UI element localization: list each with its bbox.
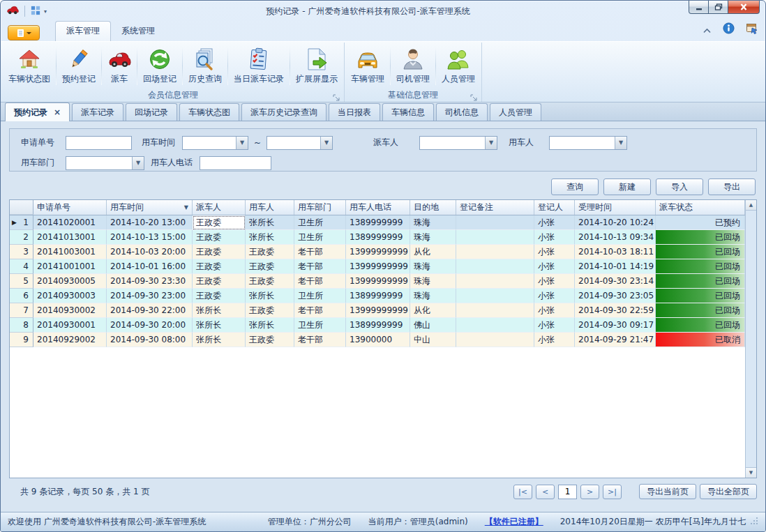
maximize-button[interactable] — [708, 1, 728, 14]
vehicle-manage-button[interactable]: 车辆管理 — [345, 44, 390, 89]
today-dispatch-record-button[interactable]: 当日派车记录 — [228, 44, 290, 89]
dispatcher-combobox[interactable]: ▼ — [419, 136, 497, 150]
doc-tab-车辆状态图[interactable]: 车辆状态图 — [179, 103, 239, 121]
phone-input[interactable] — [200, 156, 271, 170]
use-time-to-combobox[interactable]: ▼ — [266, 136, 333, 150]
query-button[interactable]: 查询 — [551, 178, 599, 195]
table-row[interactable]: 6201409300032014-09-30 23:00王政委张所长卫生所138… — [10, 289, 745, 303]
column-header-department[interactable]: 用车部门 — [294, 200, 346, 215]
layout-grid-icon[interactable] — [31, 5, 40, 18]
collapse-ribbon-icon[interactable] — [703, 23, 712, 36]
cell-request_no: 20140930003 — [33, 289, 107, 303]
doc-tab-人员管理[interactable]: 人员管理 — [490, 103, 541, 121]
doc-tab-司机信息[interactable]: 司机信息 — [436, 103, 488, 121]
column-header-destination[interactable]: 目的地 — [410, 200, 456, 215]
ribbon-tab-strip: 派车管理系统管理 — [1, 22, 765, 41]
table-row[interactable]: 2201410130012014-10-13 15:00王政委张所长卫生所138… — [10, 230, 745, 245]
combo-dropdown-icon[interactable]: ▼ — [615, 137, 626, 149]
next-page-button[interactable]: > — [580, 485, 599, 499]
doc-tab-当日报表[interactable]: 当日报表 — [329, 103, 380, 121]
cell-use_time: 2014-09-30 23:30 — [107, 274, 193, 289]
doc-tab-预约记录[interactable]: 预约记录× — [5, 102, 70, 121]
vehicle-status-map-button[interactable]: 车辆状态图 — [3, 44, 56, 89]
department-combobox[interactable]: ▼ — [66, 156, 144, 170]
combo-dropdown-icon[interactable]: ▼ — [236, 137, 248, 149]
table-row[interactable]: 7201409300022014-09-30 22:00张所长王政委老干部139… — [10, 303, 745, 318]
sort-descending-icon[interactable]: ▼ — [184, 204, 188, 211]
scroll-up-icon[interactable]: ▲ — [746, 200, 756, 211]
people-manage-button[interactable]: 人员管理 — [436, 44, 481, 89]
return-register-button[interactable]: 回场登记 — [137, 44, 182, 89]
table-row[interactable]: 5201409300052014-09-30 23:30王政委王政委老干部139… — [10, 274, 745, 289]
cell-remark — [456, 215, 534, 230]
column-header-status[interactable]: 派车状态 — [656, 200, 745, 215]
history-search-button[interactable]: 历史查询 — [183, 44, 227, 89]
table-row[interactable]: 4201410010012014-10-01 16:00王政委王政委老干部139… — [10, 259, 745, 274]
cell-status: 已回场 — [656, 303, 745, 318]
row-indicator: 4 — [10, 259, 33, 274]
history-search-icon — [193, 47, 217, 71]
dialog-launcher-icon[interactable] — [470, 91, 478, 99]
column-header-accept_time[interactable]: 受理时间 — [575, 200, 656, 215]
skin-style-icon[interactable] — [746, 22, 758, 37]
row-indicator: ▶1 — [10, 215, 33, 230]
import-button[interactable]: 导入 — [656, 178, 703, 195]
ribbon-tab-派车管理[interactable]: 派车管理 — [55, 21, 111, 41]
resize-grip[interactable] — [750, 517, 758, 527]
doc-tab-回场记录[interactable]: 回场记录 — [126, 103, 177, 121]
cell-use_time: 2014-10-20 13:00 — [107, 215, 193, 230]
export-button[interactable]: 导出 — [708, 178, 756, 195]
scroll-down-icon[interactable]: ▼ — [746, 467, 756, 478]
column-header-user[interactable]: 用车人 — [246, 200, 294, 215]
column-header-use_time[interactable]: 用车时间▼ — [107, 200, 193, 215]
page-number-input[interactable] — [558, 485, 577, 499]
doc-tab-派车历史记录查询[interactable]: 派车历史记录查询 — [241, 103, 326, 121]
info-icon[interactable] — [723, 22, 735, 37]
column-header-remark[interactable]: 登记备注 — [456, 200, 534, 215]
export-current-page-button[interactable]: 导出当前页 — [639, 484, 696, 499]
close-tab-icon[interactable]: × — [54, 108, 61, 116]
table-row[interactable]: 3201410030012014-10-03 20:00王政委王政委老干部139… — [10, 245, 745, 259]
minimize-button[interactable] — [689, 1, 709, 14]
combo-dropdown-icon[interactable]: ▼ — [320, 137, 332, 149]
cell-department: 卫生所 — [294, 318, 346, 333]
first-page-button[interactable]: |< — [513, 485, 532, 499]
cell-status: 已取消 — [656, 333, 745, 347]
doc-tab-车辆信息[interactable]: 车辆信息 — [382, 103, 434, 121]
dialog-launcher-icon[interactable] — [333, 91, 340, 99]
cell-department: 卫生所 — [294, 230, 346, 245]
user-combobox[interactable]: ▼ — [549, 136, 627, 150]
cell-phone: 13999999999 — [346, 259, 410, 274]
close-button[interactable] — [728, 1, 760, 14]
doc-tab-label: 司机信息 — [445, 107, 479, 119]
request-no-input[interactable] — [66, 136, 132, 150]
table-row[interactable]: ▶1201410200012014-10-20 13:00王政委张所长卫生所13… — [10, 215, 745, 230]
extended-screen-button[interactable]: 扩展屏显示 — [290, 44, 343, 89]
new-button[interactable]: 新建 — [603, 178, 651, 195]
column-header-phone[interactable]: 用车人电话 — [346, 200, 410, 215]
combo-dropdown-icon[interactable]: ▼ — [485, 137, 497, 149]
prev-page-button[interactable]: < — [536, 485, 555, 499]
combo-dropdown-icon[interactable]: ▼ — [132, 157, 144, 169]
application-menu-button[interactable] — [8, 25, 40, 40]
ribbon-group: 车辆管理司机管理人员管理基础信息管理 — [345, 43, 482, 102]
use-time-from-combobox[interactable]: ▼ — [182, 136, 248, 150]
vertical-scrollbar[interactable]: ▲ ▼ — [745, 200, 756, 478]
ribbon-tab-系统管理[interactable]: 系统管理 — [111, 22, 165, 41]
column-header-request_no[interactable]: 申请单号 — [33, 200, 107, 215]
last-page-button[interactable]: >| — [603, 485, 622, 499]
cell-phone: 1389999999 — [346, 215, 410, 230]
column-header-registrar[interactable]: 登记人 — [534, 200, 575, 215]
driver-manage-button[interactable]: 司机管理 — [391, 44, 435, 89]
dispatch-car-button[interactable]: 派车 — [102, 44, 137, 89]
export-all-pages-button[interactable]: 导出全部页 — [700, 484, 757, 499]
table-row[interactable]: 9201409290022014-09-30 08:00张所长王政委老干部139… — [10, 333, 745, 347]
reservation-register-button[interactable]: 预约登记 — [57, 44, 101, 89]
column-header-dispatcher[interactable]: 派车人 — [193, 200, 246, 215]
cell-dispatcher: 王政委 — [193, 289, 246, 303]
table-row[interactable]: 8201409300012014-09-30 20:00张所长张所长卫生所138… — [10, 318, 745, 333]
license-link[interactable]: 【软件已注册】 — [485, 516, 543, 528]
extended-screen-icon — [305, 47, 329, 71]
doc-tab-派车记录[interactable]: 派车记录 — [72, 103, 123, 121]
cell-accept_time: 2014-10-20 10:24 — [575, 215, 656, 230]
